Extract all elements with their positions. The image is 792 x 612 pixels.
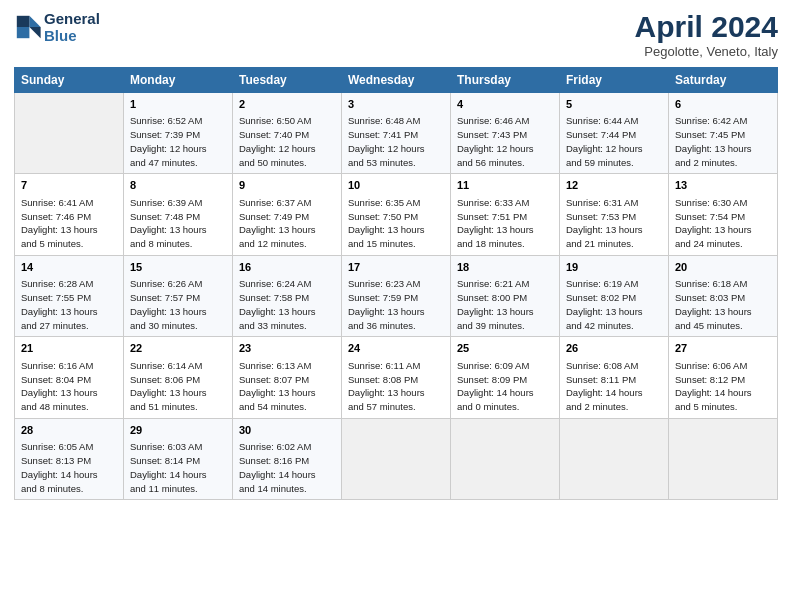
day-number: 3 bbox=[348, 97, 444, 112]
day-number: 9 bbox=[239, 178, 335, 193]
day-cell: 12Sunrise: 6:31 AM Sunset: 7:53 PM Dayli… bbox=[560, 174, 669, 255]
day-info: Sunrise: 6:06 AM Sunset: 8:12 PM Dayligh… bbox=[675, 359, 771, 414]
day-cell bbox=[669, 418, 778, 499]
day-number: 6 bbox=[675, 97, 771, 112]
page: General Blue April 2024 Pegolotte, Venet… bbox=[0, 0, 792, 612]
day-info: Sunrise: 6:03 AM Sunset: 8:14 PM Dayligh… bbox=[130, 440, 226, 495]
day-number: 21 bbox=[21, 341, 117, 356]
day-number: 11 bbox=[457, 178, 553, 193]
day-info: Sunrise: 6:21 AM Sunset: 8:00 PM Dayligh… bbox=[457, 277, 553, 332]
day-info: Sunrise: 6:52 AM Sunset: 7:39 PM Dayligh… bbox=[130, 114, 226, 169]
day-info: Sunrise: 6:19 AM Sunset: 8:02 PM Dayligh… bbox=[566, 277, 662, 332]
day-number: 5 bbox=[566, 97, 662, 112]
day-number: 8 bbox=[130, 178, 226, 193]
logo-text: General Blue bbox=[44, 10, 100, 45]
day-info: Sunrise: 6:18 AM Sunset: 8:03 PM Dayligh… bbox=[675, 277, 771, 332]
day-cell: 1Sunrise: 6:52 AM Sunset: 7:39 PM Daylig… bbox=[124, 93, 233, 174]
day-info: Sunrise: 6:42 AM Sunset: 7:45 PM Dayligh… bbox=[675, 114, 771, 169]
day-number: 30 bbox=[239, 423, 335, 438]
day-cell: 8Sunrise: 6:39 AM Sunset: 7:48 PM Daylig… bbox=[124, 174, 233, 255]
col-header-sunday: Sunday bbox=[15, 68, 124, 93]
day-number: 13 bbox=[675, 178, 771, 193]
day-info: Sunrise: 6:30 AM Sunset: 7:54 PM Dayligh… bbox=[675, 196, 771, 251]
day-info: Sunrise: 6:28 AM Sunset: 7:55 PM Dayligh… bbox=[21, 277, 117, 332]
day-number: 25 bbox=[457, 341, 553, 356]
day-info: Sunrise: 6:39 AM Sunset: 7:48 PM Dayligh… bbox=[130, 196, 226, 251]
col-header-friday: Friday bbox=[560, 68, 669, 93]
day-number: 2 bbox=[239, 97, 335, 112]
day-number: 4 bbox=[457, 97, 553, 112]
day-number: 12 bbox=[566, 178, 662, 193]
day-number: 17 bbox=[348, 260, 444, 275]
day-cell: 30Sunrise: 6:02 AM Sunset: 8:16 PM Dayli… bbox=[233, 418, 342, 499]
day-info: Sunrise: 6:50 AM Sunset: 7:40 PM Dayligh… bbox=[239, 114, 335, 169]
day-cell: 10Sunrise: 6:35 AM Sunset: 7:50 PM Dayli… bbox=[342, 174, 451, 255]
day-info: Sunrise: 6:41 AM Sunset: 7:46 PM Dayligh… bbox=[21, 196, 117, 251]
header: General Blue April 2024 Pegolotte, Venet… bbox=[14, 10, 778, 59]
week-row-2: 7Sunrise: 6:41 AM Sunset: 7:46 PM Daylig… bbox=[15, 174, 778, 255]
day-number: 7 bbox=[21, 178, 117, 193]
day-number: 20 bbox=[675, 260, 771, 275]
day-cell: 5Sunrise: 6:44 AM Sunset: 7:44 PM Daylig… bbox=[560, 93, 669, 174]
day-cell: 21Sunrise: 6:16 AM Sunset: 8:04 PM Dayli… bbox=[15, 337, 124, 418]
day-info: Sunrise: 6:35 AM Sunset: 7:50 PM Dayligh… bbox=[348, 196, 444, 251]
day-number: 15 bbox=[130, 260, 226, 275]
day-cell: 24Sunrise: 6:11 AM Sunset: 8:08 PM Dayli… bbox=[342, 337, 451, 418]
col-header-tuesday: Tuesday bbox=[233, 68, 342, 93]
day-number: 24 bbox=[348, 341, 444, 356]
day-info: Sunrise: 6:09 AM Sunset: 8:09 PM Dayligh… bbox=[457, 359, 553, 414]
day-cell: 7Sunrise: 6:41 AM Sunset: 7:46 PM Daylig… bbox=[15, 174, 124, 255]
day-info: Sunrise: 6:31 AM Sunset: 7:53 PM Dayligh… bbox=[566, 196, 662, 251]
week-row-4: 21Sunrise: 6:16 AM Sunset: 8:04 PM Dayli… bbox=[15, 337, 778, 418]
day-cell: 29Sunrise: 6:03 AM Sunset: 8:14 PM Dayli… bbox=[124, 418, 233, 499]
day-cell bbox=[342, 418, 451, 499]
day-number: 19 bbox=[566, 260, 662, 275]
day-cell: 9Sunrise: 6:37 AM Sunset: 7:49 PM Daylig… bbox=[233, 174, 342, 255]
day-number: 1 bbox=[130, 97, 226, 112]
week-row-5: 28Sunrise: 6:05 AM Sunset: 8:13 PM Dayli… bbox=[15, 418, 778, 499]
col-header-thursday: Thursday bbox=[451, 68, 560, 93]
title-block: April 2024 Pegolotte, Veneto, Italy bbox=[635, 10, 778, 59]
day-info: Sunrise: 6:23 AM Sunset: 7:59 PM Dayligh… bbox=[348, 277, 444, 332]
svg-rect-3 bbox=[17, 27, 30, 38]
day-number: 28 bbox=[21, 423, 117, 438]
logo: General Blue bbox=[14, 10, 100, 45]
day-number: 23 bbox=[239, 341, 335, 356]
svg-rect-2 bbox=[17, 16, 30, 27]
day-cell: 28Sunrise: 6:05 AM Sunset: 8:13 PM Dayli… bbox=[15, 418, 124, 499]
day-cell: 15Sunrise: 6:26 AM Sunset: 7:57 PM Dayli… bbox=[124, 255, 233, 336]
day-cell: 23Sunrise: 6:13 AM Sunset: 8:07 PM Dayli… bbox=[233, 337, 342, 418]
day-info: Sunrise: 6:02 AM Sunset: 8:16 PM Dayligh… bbox=[239, 440, 335, 495]
day-number: 14 bbox=[21, 260, 117, 275]
day-cell: 2Sunrise: 6:50 AM Sunset: 7:40 PM Daylig… bbox=[233, 93, 342, 174]
day-number: 18 bbox=[457, 260, 553, 275]
col-header-monday: Monday bbox=[124, 68, 233, 93]
main-title: April 2024 bbox=[635, 10, 778, 44]
day-info: Sunrise: 6:44 AM Sunset: 7:44 PM Dayligh… bbox=[566, 114, 662, 169]
day-cell: 19Sunrise: 6:19 AM Sunset: 8:02 PM Dayli… bbox=[560, 255, 669, 336]
day-number: 26 bbox=[566, 341, 662, 356]
day-info: Sunrise: 6:24 AM Sunset: 7:58 PM Dayligh… bbox=[239, 277, 335, 332]
day-info: Sunrise: 6:48 AM Sunset: 7:41 PM Dayligh… bbox=[348, 114, 444, 169]
day-info: Sunrise: 6:33 AM Sunset: 7:51 PM Dayligh… bbox=[457, 196, 553, 251]
day-cell: 6Sunrise: 6:42 AM Sunset: 7:45 PM Daylig… bbox=[669, 93, 778, 174]
day-number: 29 bbox=[130, 423, 226, 438]
week-row-1: 1Sunrise: 6:52 AM Sunset: 7:39 PM Daylig… bbox=[15, 93, 778, 174]
day-cell: 4Sunrise: 6:46 AM Sunset: 7:43 PM Daylig… bbox=[451, 93, 560, 174]
day-cell bbox=[451, 418, 560, 499]
day-cell: 3Sunrise: 6:48 AM Sunset: 7:41 PM Daylig… bbox=[342, 93, 451, 174]
day-cell: 18Sunrise: 6:21 AM Sunset: 8:00 PM Dayli… bbox=[451, 255, 560, 336]
day-cell: 13Sunrise: 6:30 AM Sunset: 7:54 PM Dayli… bbox=[669, 174, 778, 255]
day-info: Sunrise: 6:14 AM Sunset: 8:06 PM Dayligh… bbox=[130, 359, 226, 414]
day-cell: 25Sunrise: 6:09 AM Sunset: 8:09 PM Dayli… bbox=[451, 337, 560, 418]
day-info: Sunrise: 6:46 AM Sunset: 7:43 PM Dayligh… bbox=[457, 114, 553, 169]
week-row-3: 14Sunrise: 6:28 AM Sunset: 7:55 PM Dayli… bbox=[15, 255, 778, 336]
svg-marker-0 bbox=[29, 16, 40, 27]
day-cell: 22Sunrise: 6:14 AM Sunset: 8:06 PM Dayli… bbox=[124, 337, 233, 418]
col-header-saturday: Saturday bbox=[669, 68, 778, 93]
day-number: 16 bbox=[239, 260, 335, 275]
day-cell bbox=[15, 93, 124, 174]
day-cell: 11Sunrise: 6:33 AM Sunset: 7:51 PM Dayli… bbox=[451, 174, 560, 255]
day-info: Sunrise: 6:08 AM Sunset: 8:11 PM Dayligh… bbox=[566, 359, 662, 414]
day-info: Sunrise: 6:11 AM Sunset: 8:08 PM Dayligh… bbox=[348, 359, 444, 414]
